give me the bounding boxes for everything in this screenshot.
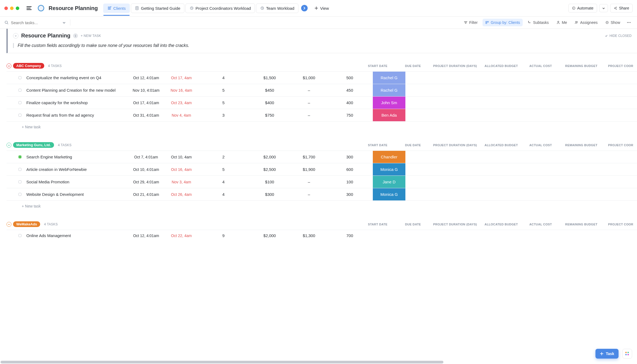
task-row[interactable]: Request final arts from the ad agency Oc… (7, 109, 637, 121)
allocated-cell[interactable]: $1,500 (248, 75, 291, 80)
task-row[interactable]: Article creation in WebForNewbie Oct 10,… (7, 163, 637, 175)
col-head-due[interactable]: DUE DATE (395, 223, 431, 226)
coordinator-cell[interactable]: John Sm (373, 97, 405, 109)
new-task-floating-button[interactable]: Task (595, 349, 619, 359)
remaining-cell[interactable]: 500 (327, 75, 373, 80)
task-name[interactable]: Conceptualize the marketing event on Q4 (26, 75, 128, 80)
col-head-start[interactable]: START DATE (360, 143, 395, 147)
allocated-cell[interactable]: $450 (248, 88, 291, 92)
actual-cell[interactable]: – (291, 88, 327, 92)
col-head-actual[interactable]: ACTUAL COST (523, 143, 558, 147)
allocated-cell[interactable]: $2,000 (248, 233, 291, 238)
task-row[interactable]: Website Design & Development Oct 21, 4:0… (7, 188, 637, 200)
task-name[interactable]: Request final arts from the ad agency (26, 113, 128, 117)
hide-closed-button[interactable]: HIDE CLOSED (605, 34, 632, 38)
automate-dropdown[interactable] (599, 4, 608, 12)
remaining-cell[interactable]: 750 (327, 113, 373, 117)
task-status-toggle[interactable] (18, 101, 21, 104)
task-row[interactable]: Online Ads Management Oct 12, 4:01am Oct… (7, 230, 637, 241)
due-date-cell[interactable]: Oct 26, 4am (164, 192, 199, 197)
subtasks-button[interactable]: Subtasks (525, 19, 551, 26)
col-head-due[interactable]: DUE DATE (395, 64, 431, 68)
apps-button[interactable] (622, 349, 632, 359)
actual-cell[interactable]: $1,300 (291, 233, 327, 238)
col-head-due[interactable]: DUE DATE (395, 143, 431, 147)
actual-cell[interactable]: – (291, 100, 327, 105)
group-chip[interactable]: Marketing Guru, Ltd. (13, 142, 54, 148)
list-new-task-button[interactable]: + NEW TASK (81, 34, 101, 38)
due-date-cell[interactable]: Oct 23, 4am (164, 101, 199, 105)
add-view-button[interactable]: View (310, 4, 333, 13)
task-row[interactable]: Finalize capacity for the workshop Oct 1… (7, 96, 637, 109)
start-date-cell[interactable]: Oct 21, 4:01am (128, 192, 164, 197)
minimize-window-button[interactable] (10, 7, 14, 10)
col-head-coordinator[interactable]: PROJECT COOR (604, 223, 637, 226)
task-status-toggle[interactable] (18, 180, 21, 183)
allocated-cell[interactable]: $400 (248, 100, 291, 105)
col-head-remaining[interactable]: REMAINING BUDGET (558, 143, 604, 147)
tab-getting-started[interactable]: Getting Started Guide (131, 4, 184, 13)
remaining-cell[interactable]: 400 (327, 100, 373, 105)
duration-cell[interactable]: 3 (199, 113, 248, 117)
col-head-duration[interactable]: PROJECT DURATION (DAYS) (431, 223, 480, 226)
search-input[interactable] (11, 20, 60, 25)
col-head-allocated[interactable]: ALLOCATED BUDGET (480, 64, 523, 68)
allocated-cell[interactable]: $2,000 (248, 155, 291, 159)
start-date-cell[interactable]: Oct 17, 4:01am (128, 101, 164, 105)
task-status-toggle[interactable] (18, 193, 21, 196)
remaining-cell[interactable]: 450 (327, 88, 373, 92)
col-head-duration[interactable]: PROJECT DURATION (DAYS) (431, 143, 480, 147)
task-row[interactable]: Social Media Promotion Oct 29, 4:01am No… (7, 175, 637, 188)
remaining-cell[interactable]: 300 (327, 155, 373, 159)
due-date-cell[interactable]: Oct 22, 4am (164, 234, 199, 238)
start-date-cell[interactable]: Oct 12, 4:01am (128, 76, 164, 80)
duration-cell[interactable]: 5 (199, 100, 248, 105)
task-name[interactable]: Finalize capacity for the workshop (26, 100, 128, 105)
group-new-task-button[interactable]: + New task (7, 200, 637, 212)
col-head-start[interactable]: START DATE (360, 64, 395, 68)
scrollbar-thumb[interactable] (1, 361, 443, 363)
col-head-remaining[interactable]: REMAINING BUDGET (558, 223, 604, 226)
coordinator-cell[interactable]: Rachel G (373, 72, 405, 84)
actual-cell[interactable]: – (291, 192, 327, 197)
actual-cell[interactable]: – (291, 180, 327, 184)
task-status-toggle[interactable] (18, 168, 21, 171)
col-head-coordinator[interactable]: PROJECT COOR (604, 64, 637, 68)
more-button[interactable] (625, 19, 633, 26)
allocated-cell[interactable]: $100 (248, 180, 291, 184)
group-collapse-toggle[interactable] (7, 143, 11, 148)
duration-cell[interactable]: 5 (199, 167, 248, 172)
coordinator-cell[interactable]: Rachel G (373, 84, 405, 96)
col-head-remaining[interactable]: REMAINING BUDGET (558, 64, 604, 68)
list-collapse-toggle[interactable] (13, 33, 18, 39)
actual-cell[interactable]: – (291, 113, 327, 117)
task-name[interactable]: Website Design & Development (26, 192, 128, 197)
assignees-button[interactable]: Assignees (572, 19, 600, 26)
duration-cell[interactable]: 4 (199, 192, 248, 197)
tab-team-workload[interactable]: Team Workload (256, 4, 298, 13)
due-date-cell[interactable]: Nov 16, 4am (164, 88, 199, 92)
task-name[interactable]: Search Engine Marketing (26, 155, 128, 159)
task-name[interactable]: Online Ads Management (26, 233, 128, 238)
main-area[interactable]: Resource Planning i + NEW TASK HIDE CLOS… (0, 29, 637, 363)
start-date-cell[interactable]: Oct 31, 4:01am (128, 113, 164, 117)
remaining-cell[interactable]: 100 (327, 180, 373, 184)
task-status-toggle[interactable] (18, 76, 21, 79)
horizontal-scrollbar[interactable] (0, 360, 633, 363)
start-date-cell[interactable]: Nov 10, 4:01am (128, 88, 164, 92)
task-status-toggle[interactable] (18, 155, 21, 158)
allocated-cell[interactable]: $750 (248, 113, 291, 117)
coordinator-cell[interactable]: Monica G (373, 188, 405, 200)
duration-cell[interactable]: 2 (199, 155, 248, 159)
actual-cell[interactable]: $1,900 (291, 167, 327, 172)
col-head-actual[interactable]: ACTUAL COST (523, 64, 558, 68)
menu-button[interactable] (25, 4, 33, 12)
coordinator-cell[interactable]: Monica G (373, 163, 405, 175)
start-date-cell[interactable]: Oct 10, 4:01am (128, 167, 164, 172)
group-chip[interactable]: ABC Company (13, 63, 44, 69)
task-row[interactable]: Content Planning and Creation for the ne… (7, 84, 637, 96)
remaining-cell[interactable]: 600 (327, 167, 373, 172)
start-date-cell[interactable]: Oct 29, 4:01am (128, 180, 164, 184)
duration-cell[interactable]: 9 (199, 233, 248, 238)
maximize-window-button[interactable] (16, 7, 19, 10)
